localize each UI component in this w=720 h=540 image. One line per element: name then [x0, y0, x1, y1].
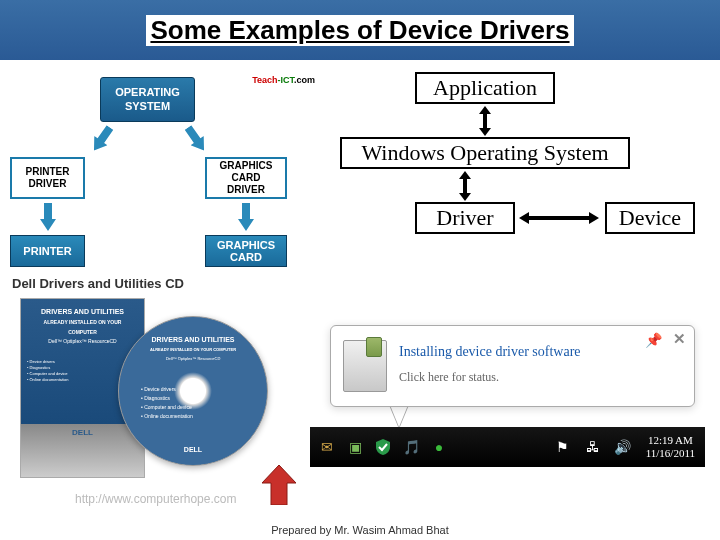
cd-cover-dell-logo: DELL [21, 428, 144, 437]
svg-marker-7 [262, 465, 296, 505]
dell-cd-title: Dell Drivers and Utilities CD [12, 276, 184, 291]
cd-disc-line1: DRIVERS AND UTILITIES [152, 336, 235, 343]
device-box: Device [605, 202, 695, 234]
gcard-driver-box: GRAPHICS CARD DRIVER [205, 157, 287, 199]
arrow-gcard-driver-to-gcard [238, 203, 254, 231]
svg-marker-2 [40, 203, 56, 231]
cd-disc-line2: ALREADY INSTALLED ON YOUR COMPUTER [150, 347, 236, 352]
arrow-os-to-gcard-driver [181, 123, 210, 155]
application-box: Application [415, 72, 555, 104]
red-up-arrow-icon [262, 465, 296, 505]
content-area: Teach-ICT.com OPERATING SYSTEM PRINTER D… [0, 60, 720, 515]
green-circle-icon[interactable]: ● [428, 436, 450, 458]
close-icon[interactable]: ✕ [673, 330, 686, 348]
cd-cover-line3: Dell™ Optiplex™ ResourceCD [48, 338, 116, 344]
windows-os-box: Windows Operating System [340, 137, 630, 169]
printer-box: PRINTER [10, 235, 85, 267]
gcard-box: GRAPHICS CARD [205, 235, 287, 267]
clock-time: 12:19 AM [646, 434, 695, 447]
svg-marker-3 [238, 203, 254, 231]
printer-driver-box: PRINTER DRIVER [10, 157, 85, 199]
shield-icon[interactable] [372, 436, 394, 458]
pin-icon[interactable]: 📌 [645, 332, 662, 348]
cd-disc-bullets: • Device drivers • Diagnostics • Compute… [141, 385, 193, 421]
slide-title: Some Examples of Device Drivers [146, 15, 573, 46]
arrow-app-os [477, 106, 493, 136]
clock-date: 11/16/2011 [646, 447, 695, 460]
teach-ict-logo: Teach-ICT.com [252, 75, 315, 85]
network-icon[interactable]: 🖧 [582, 436, 604, 458]
tray-right: ⚑ 🖧 🔊 12:19 AM 11/16/2011 [552, 434, 699, 460]
driver-install-notification[interactable]: Installing device driver software Click … [330, 325, 695, 407]
taskbar: ✉ ▣ 🎵 ● ⚑ 🖧 🔊 12:19 AM 11/16/2011 [310, 427, 705, 467]
cd-cover-bullets: • Device drivers • Diagnostics • Compute… [27, 359, 68, 383]
note-icon[interactable]: 🎵 [400, 436, 422, 458]
clock[interactable]: 12:19 AM 11/16/2011 [642, 434, 699, 460]
arrow-os-to-printer-driver [87, 123, 116, 155]
notification-subtitle: Click here for status. [399, 370, 499, 385]
svg-marker-1 [181, 123, 210, 155]
os-box: OPERATING SYSTEM [100, 77, 195, 122]
footer-credit: Prepared by Mr. Wasim Ahmad Bhat [0, 524, 720, 536]
dell-cd-area: DRIVERS AND UTILITIES ALREADY INSTALLED … [20, 298, 290, 483]
arrow-os-driver [457, 171, 473, 201]
svg-marker-6 [519, 212, 599, 224]
cd-disc-text: DRIVERS AND UTILITIES ALREADY INSTALLED … [119, 335, 267, 362]
cd-cover-line1: DRIVERS AND UTILITIES [41, 308, 124, 315]
chip-icon[interactable]: ▣ [344, 436, 366, 458]
logo-ict: -ICT [277, 75, 294, 85]
cd-disc-line3: Dell™ Optiplex™ ResourceCD [166, 356, 221, 361]
cd-disc-dell-logo: DELL [119, 446, 267, 453]
svg-marker-5 [459, 171, 471, 201]
title-bar: Some Examples of Device Drivers [0, 0, 720, 60]
driver-box: Driver [415, 202, 515, 234]
svg-marker-4 [479, 106, 491, 136]
cd-disc: DRIVERS AND UTILITIES ALREADY INSTALLED … [118, 316, 268, 466]
logo-com: .com [294, 75, 315, 85]
logo-teach: Teach [252, 75, 277, 85]
arrow-driver-device [519, 210, 599, 226]
volume-icon[interactable]: 🔊 [612, 436, 634, 458]
arrow-printer-driver-to-printer [40, 203, 56, 231]
computer-icon [343, 340, 387, 392]
cd-cover-line2: ALREADY INSTALLED ON YOUR COMPUTER [44, 319, 122, 335]
source-url: http://www.computerhope.com [75, 492, 236, 506]
mail-icon[interactable]: ✉ [316, 436, 338, 458]
flag-icon[interactable]: ⚑ [552, 436, 574, 458]
tooltip-tail [390, 405, 408, 427]
svg-marker-0 [87, 123, 116, 155]
notification-title: Installing device driver software [399, 344, 581, 360]
